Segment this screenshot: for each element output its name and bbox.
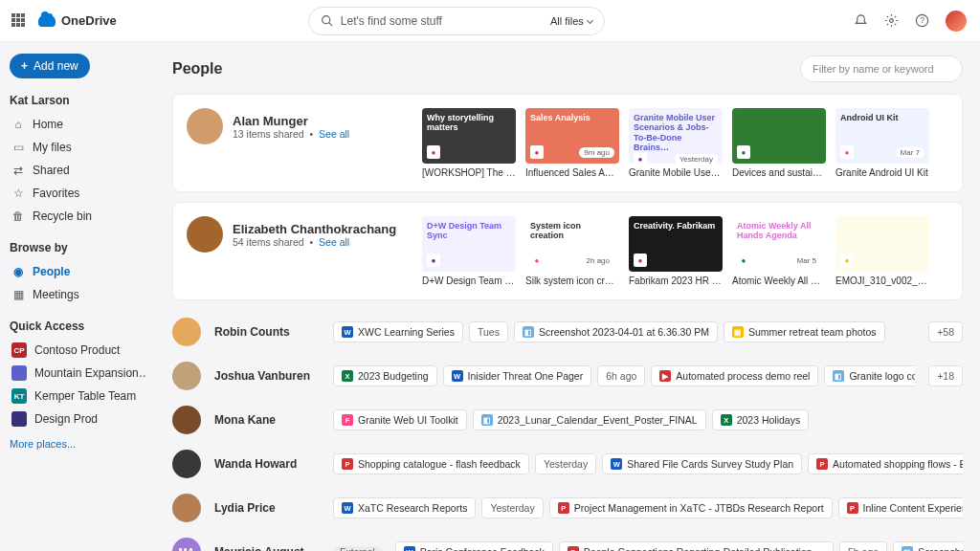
file-thumb[interactable]: Sales Analysis●9m ago Influenced Sales A… bbox=[525, 108, 619, 178]
shared-icon: ⇄ bbox=[11, 164, 25, 177]
person-avatar[interactable] bbox=[172, 406, 201, 434]
person-name[interactable]: Wanda Howard bbox=[214, 457, 320, 471]
file-chip[interactable]: WParis Conference Feedback bbox=[395, 541, 553, 551]
recycle-icon: 🗑 bbox=[11, 209, 25, 223]
app-launcher-icon[interactable] bbox=[11, 13, 27, 29]
file-thumb[interactable]: ● Devices and sustainability bbox=[732, 108, 826, 178]
file-chip[interactable]: WInisider Threat One Pager bbox=[443, 365, 592, 386]
main-content: People Filter by name or keyword Alan Mu… bbox=[155, 42, 980, 551]
file-type-icon: ● bbox=[530, 253, 544, 267]
file-chip[interactable]: ▶Automated process demo reel bbox=[651, 365, 818, 386]
person-name[interactable]: Lydia Price bbox=[214, 501, 320, 515]
thumb-caption: Granite Android UI Kit bbox=[835, 167, 929, 178]
person-avatar[interactable] bbox=[172, 450, 201, 478]
time-chip: Tues bbox=[469, 321, 508, 342]
file-chip[interactable]: PShopping catalogue - flash feedback bbox=[333, 453, 529, 474]
person-name[interactable]: Mauricio August bbox=[214, 545, 320, 551]
file-thumb[interactable]: D+W Design Team Sync● D+W Design Team Sy… bbox=[422, 216, 516, 286]
more-count[interactable]: +18 bbox=[928, 365, 963, 386]
file-chip[interactable]: ▣Summer retreat team photos bbox=[724, 321, 885, 342]
search-input[interactable]: Let's find some stuff All files bbox=[308, 7, 605, 35]
file-type-icon: W bbox=[452, 370, 463, 382]
thumb-caption: Granite Mobile User Sce… bbox=[629, 167, 723, 178]
see-all-link[interactable]: See all bbox=[319, 128, 349, 140]
file-thumb[interactable]: Granite Mobile User Scenarios & Jobs-To-… bbox=[629, 108, 723, 178]
more-count[interactable]: +58 bbox=[928, 321, 963, 342]
person-row: MAMauricio AugustExternalWParis Conferen… bbox=[172, 530, 963, 551]
file-type-icon: P bbox=[816, 458, 828, 470]
nav-people[interactable]: ◉People bbox=[10, 260, 145, 283]
quick-access-item[interactable]: Mountain Expansion… bbox=[10, 362, 145, 385]
help-button[interactable]: ? bbox=[913, 12, 930, 30]
person-avatar[interactable] bbox=[172, 494, 201, 522]
file-thumb[interactable]: ● EMOJI_310_v002_4k_1035 bbox=[835, 216, 929, 286]
file-chip[interactable]: ◧2023_Lunar_Calendar_Event_Poster_FINAL bbox=[473, 409, 706, 430]
file-chip[interactable]: ◧Granite logo color bbox=[824, 365, 915, 386]
time-chip: Yesterday bbox=[481, 497, 543, 518]
person-row: Wanda HowardPShopping catalogue - flash … bbox=[172, 442, 963, 486]
notifications-button[interactable] bbox=[852, 12, 869, 30]
person-name[interactable]: Joshua Vanburen bbox=[214, 369, 320, 383]
file-thumb[interactable]: System icon creation●2h ago Silk system … bbox=[525, 216, 619, 286]
file-type-icon: ◧ bbox=[902, 546, 913, 551]
person-header[interactable]: Elizabeth Chanthokrachang 54 items share… bbox=[187, 216, 405, 253]
brand-label: OneDrive bbox=[61, 13, 117, 28]
file-thumb[interactable]: Creativity. Fabrikam● Fabrikam 2023 HR P… bbox=[629, 216, 723, 286]
file-chip[interactable]: WShared File Cards Survey Study Plan bbox=[602, 453, 802, 474]
file-type-icon: ● bbox=[427, 145, 440, 159]
person-name[interactable]: Robin Counts bbox=[214, 325, 320, 339]
file-thumb[interactable]: Why storytelling matters● [WORKSHOP] The… bbox=[422, 108, 516, 178]
file-chip[interactable]: ◧Screenshot 2023-04-01 at 6.36.30 PM bbox=[514, 321, 718, 342]
brand: OneDrive bbox=[38, 13, 117, 28]
person-avatar[interactable] bbox=[172, 318, 201, 346]
quick-access-heading: Quick Access bbox=[10, 320, 145, 333]
quick-access-item[interactable]: Design Prod bbox=[10, 408, 145, 430]
more-places-link[interactable]: More places... bbox=[10, 438, 145, 450]
nav-home[interactable]: ⌂Home bbox=[10, 113, 145, 136]
person-avatar[interactable] bbox=[172, 362, 201, 390]
file-chip[interactable]: PPeople Connections Reporting-Detailed P… bbox=[559, 541, 834, 551]
file-type-icon: W bbox=[611, 458, 622, 470]
file-type-icon: ● bbox=[737, 145, 750, 159]
file-chip[interactable]: PAutomated shopping flows - End user st… bbox=[808, 453, 963, 474]
quick-access-item[interactable]: CPContoso Product bbox=[10, 339, 145, 362]
thumb-caption: Fabrikam 2023 HR Princi… bbox=[629, 276, 723, 286]
file-chip[interactable]: WXWC Learning Series bbox=[333, 321, 463, 342]
nav-shared[interactable]: ⇄Shared bbox=[10, 159, 145, 182]
person-icon: ◉ bbox=[11, 265, 25, 278]
file-chip[interactable]: X2023 Holidays bbox=[712, 409, 810, 430]
owner-name: Kat Larson bbox=[10, 94, 145, 107]
file-chip[interactable]: WXaTC Research Reports bbox=[333, 497, 476, 518]
file-type-icon: ● bbox=[840, 253, 854, 267]
file-chip[interactable]: PProject Management in XaTC - JTBDs Rese… bbox=[549, 497, 833, 518]
nav-favorites[interactable]: ☆Favorites bbox=[10, 182, 145, 205]
onedrive-icon bbox=[38, 15, 56, 27]
nav-myfiles[interactable]: ▭My files bbox=[10, 136, 145, 159]
file-chip[interactable]: FGranite Web UI Toolkit bbox=[333, 409, 467, 430]
file-type-icon: P bbox=[568, 546, 579, 551]
add-new-button[interactable]: +Add new bbox=[10, 54, 90, 78]
nav-recycle[interactable]: 🗑Recycle bin bbox=[10, 205, 145, 228]
file-type-icon: ● bbox=[634, 253, 647, 267]
file-chip[interactable]: X2023 Budgeting bbox=[333, 365, 437, 386]
file-thumb[interactable]: Atomic Weekly All Hands Agenda●Mar 5 Ato… bbox=[732, 216, 826, 286]
see-all-link[interactable]: See all bbox=[319, 236, 349, 248]
person-name: Elizabeth Chanthokrachang bbox=[233, 222, 396, 236]
user-avatar[interactable] bbox=[944, 9, 969, 33]
file-chip[interactable]: PInline Content Experience in XaTC - … bbox=[838, 497, 963, 518]
tile-icon: CP bbox=[11, 342, 27, 358]
search-scope-select[interactable]: All files bbox=[550, 15, 592, 27]
file-chip[interactable]: ◧Screenshot 2023-01-31 at … bbox=[893, 541, 963, 551]
person-header[interactable]: Alan Munger 13 items shared • See all bbox=[187, 108, 405, 144]
person-avatar[interactable]: MA bbox=[172, 538, 201, 551]
person-name[interactable]: Mona Kane bbox=[214, 413, 320, 427]
nav-meetings[interactable]: ▦Meetings bbox=[10, 283, 145, 306]
file-thumb[interactable]: Android UI Kit●Mar 7 Granite Android UI … bbox=[835, 108, 929, 178]
files-icon: ▭ bbox=[11, 141, 25, 154]
thumb-caption: EMOJI_310_v002_4k_1035 bbox=[835, 276, 929, 286]
filter-input[interactable]: Filter by name or keyword bbox=[800, 55, 963, 82]
time-chip: 6h ago bbox=[597, 365, 645, 386]
svg-text:?: ? bbox=[920, 15, 924, 25]
settings-button[interactable] bbox=[882, 12, 900, 30]
quick-access-item[interactable]: KTKemper Table Team bbox=[10, 385, 145, 408]
